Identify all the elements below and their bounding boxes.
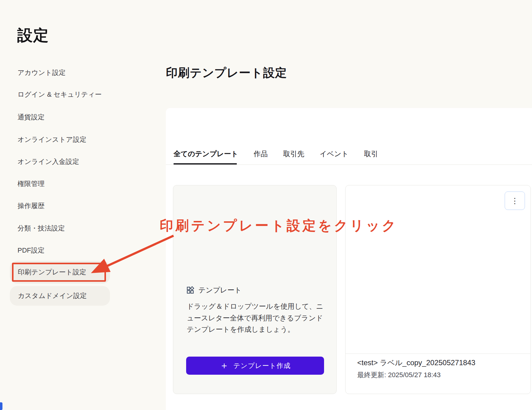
create-template-button-label: テンプレート作成 [233,361,291,370]
sidebar-item-login-security[interactable]: ログイン & セキュリティー [18,90,102,99]
template-item-name: <test> ラベル_copy_202505271843 [357,358,475,368]
sidebar-item-label: 印刷テンプレート設定 [18,268,86,277]
annotation-text: 印刷テンプレート設定をクリック [160,217,398,235]
card-divider [346,354,530,354]
template-card-title: テンプレート [198,285,242,295]
template-item-footer: <test> ラベル_copy_202505271843 最終更新: 2025/… [357,358,475,380]
sidebar-item-operation-history[interactable]: 操作履歴 [18,201,45,211]
tab-events[interactable]: イベント [320,149,349,159]
decoration-blue-strip [0,402,2,410]
template-item-menu-button[interactable]: ⋮ [505,191,525,210]
sidebar-item-account[interactable]: アカウント設定 [18,68,66,77]
sidebar-item-label: カスタムドメイン設定 [18,291,87,300]
template-card-description: ドラッグ＆ドロップツールを使用して、ニュースレター全体で再利用できるブランドテン… [187,301,325,335]
template-tabs: 全てのテンプレート 作品 取引先 イベント 取引 [174,149,378,159]
tab-works[interactable]: 作品 [254,149,268,159]
create-template-button[interactable]: ＋ テンプレート作成 [186,357,324,375]
tabs-separator [166,164,532,165]
settings-page: 設定 アカウント設定 ログイン & セキュリティー 通貨設定 オンラインストア設… [0,0,532,410]
content-heading: 印刷テンプレート設定 [166,65,287,81]
tab-transactions[interactable]: 取引 [364,149,378,159]
kebab-menu-icon: ⋮ [511,197,519,205]
sidebar-item-classification[interactable]: 分類・技法設定 [18,224,65,233]
sidebar-item-online-store[interactable]: オンラインストア設定 [18,135,86,144]
tab-all-templates[interactable]: 全てのテンプレート [174,149,238,159]
active-tab-underline [174,163,237,164]
sidebar-item-currency[interactable]: 通貨設定 [18,113,45,122]
tab-clients[interactable]: 取引先 [283,149,304,159]
plus-icon: ＋ [220,361,229,370]
widgets-icon [186,286,194,294]
template-card-header: テンプレート [186,285,242,295]
page-title: 設定 [17,25,49,46]
sidebar-item-print-template[interactable]: 印刷テンプレート設定 [10,261,110,284]
sidebar-item-pdf[interactable]: PDF設定 [18,246,45,255]
sidebar-item-permissions[interactable]: 権限管理 [18,179,45,188]
sidebar-item-custom-domain[interactable]: カスタムドメイン設定 [10,286,110,306]
template-item-last-updated: 最終更新: 2025/05/27 18:43 [357,370,475,380]
sidebar-item-online-deposit[interactable]: オンライン入金設定 [18,157,79,166]
